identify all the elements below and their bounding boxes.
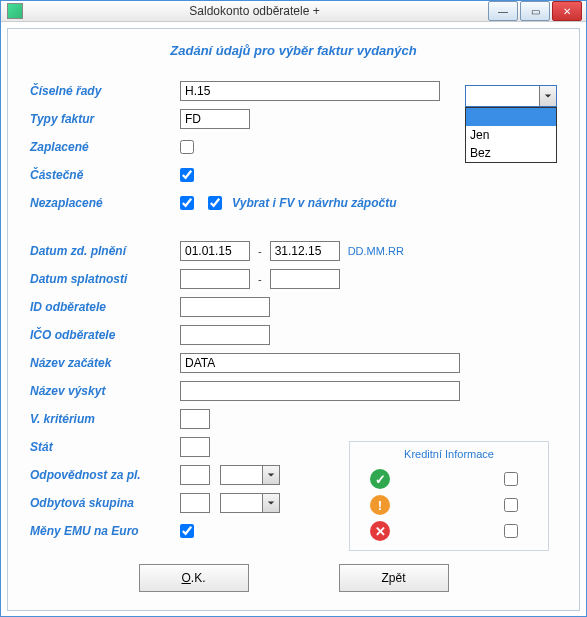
chevron-down-icon[interactable]	[262, 494, 279, 512]
vybrat-fv-checkbox[interactable]	[208, 196, 222, 210]
label-castecne: Částečně	[30, 168, 180, 182]
label-datum-zd: Datum zd. plnění	[30, 244, 180, 258]
dropdown-option-jen[interactable]: Jen	[466, 126, 556, 144]
kreditni-informace-box: Kreditní Informace ✓ ! ✕	[349, 441, 549, 551]
status-ok-icon: ✓	[370, 469, 390, 489]
datum-spl-to-input[interactable]	[270, 269, 340, 289]
status-error-icon: ✕	[370, 521, 390, 541]
kredit-ok-checkbox[interactable]	[504, 472, 518, 486]
nazev-zacatek-input[interactable]	[180, 353, 460, 373]
titlebar: Saldokonto odběratele + — ▭ ✕	[1, 1, 586, 22]
ciselne-rady-input[interactable]	[180, 81, 440, 101]
datum-spl-from-input[interactable]	[180, 269, 250, 289]
button-bar: O.K. Zpět	[30, 564, 557, 592]
meny-emu-checkbox[interactable]	[180, 524, 194, 538]
filter-dropdown-value	[466, 86, 539, 106]
label-vybrat-fv: Vybrat i FV v návrhu zápočtu	[232, 196, 396, 210]
label-nezaplacene: Nezaplacené	[30, 196, 180, 210]
label-meny-emu: Měny EMU na Euro	[30, 524, 180, 538]
odbytova-combo[interactable]	[220, 493, 280, 513]
label-odpovednost: Odpovědnost za pl.	[30, 468, 180, 482]
label-ciselne-rady: Číselné řady	[30, 84, 180, 98]
nazev-vyskyt-input[interactable]	[180, 381, 460, 401]
window-controls: — ▭ ✕	[486, 1, 582, 21]
ok-button[interactable]: O.K.	[139, 564, 249, 592]
label-nazev-zac: Název začátek	[30, 356, 180, 370]
castecne-checkbox[interactable]	[180, 168, 194, 182]
odpovednost-input[interactable]	[180, 465, 210, 485]
dash-2: -	[258, 273, 262, 285]
label-nazev-vys: Název výskyt	[30, 384, 180, 398]
client-area: Zadání údajů pro výběr faktur vydaných J…	[7, 28, 580, 611]
dash-1: -	[258, 245, 262, 257]
label-stat: Stát	[30, 440, 180, 454]
dropdown-option-blank[interactable]	[466, 108, 556, 126]
label-ico-od: IČO odběratele	[30, 328, 180, 342]
maximize-button[interactable]: ▭	[520, 1, 550, 21]
filter-dropdown[interactable]: Jen Bez	[465, 85, 557, 108]
app-window: Saldokonto odběratele + — ▭ ✕ Zadání úda…	[0, 0, 587, 617]
datum-zd-from-input[interactable]	[180, 241, 250, 261]
filter-dropdown-list: Jen Bez	[465, 107, 557, 163]
odbytova-combo-value	[221, 494, 262, 512]
odpovednost-combo-value	[221, 466, 262, 484]
odpovednost-combo[interactable]	[220, 465, 280, 485]
typy-faktur-input[interactable]	[180, 109, 250, 129]
stat-input[interactable]	[180, 437, 210, 457]
label-zaplacene: Zaplacené	[30, 140, 180, 154]
odbytova-input[interactable]	[180, 493, 210, 513]
label-v-krit: V. kritérium	[30, 412, 180, 426]
nezaplacene-checkbox[interactable]	[180, 196, 194, 210]
chevron-down-icon[interactable]	[539, 86, 556, 106]
status-warning-icon: !	[370, 495, 390, 515]
label-datum-spl: Datum splatnosti	[30, 272, 180, 286]
kredit-bad-checkbox[interactable]	[504, 524, 518, 538]
datum-zd-to-input[interactable]	[270, 241, 340, 261]
kreditni-title: Kreditní Informace	[360, 448, 538, 460]
zaplacene-checkbox[interactable]	[180, 140, 194, 154]
kredit-warn-checkbox[interactable]	[504, 498, 518, 512]
app-icon	[7, 3, 23, 19]
date-format-hint: DD.MM.RR	[348, 245, 404, 257]
close-button[interactable]: ✕	[552, 1, 582, 21]
window-title: Saldokonto odběratele +	[23, 4, 486, 18]
back-button[interactable]: Zpět	[339, 564, 449, 592]
id-odberatele-input[interactable]	[180, 297, 270, 317]
label-id-od: ID odběratele	[30, 300, 180, 314]
ico-odberatele-input[interactable]	[180, 325, 270, 345]
dropdown-option-bez[interactable]: Bez	[466, 144, 556, 162]
chevron-down-icon[interactable]	[262, 466, 279, 484]
label-odbytova: Odbytová skupina	[30, 496, 180, 510]
page-subtitle: Zadání údajů pro výběr faktur vydaných	[30, 43, 557, 58]
minimize-button[interactable]: —	[488, 1, 518, 21]
label-typy-faktur: Typy faktur	[30, 112, 180, 126]
v-kriterium-input[interactable]	[180, 409, 210, 429]
